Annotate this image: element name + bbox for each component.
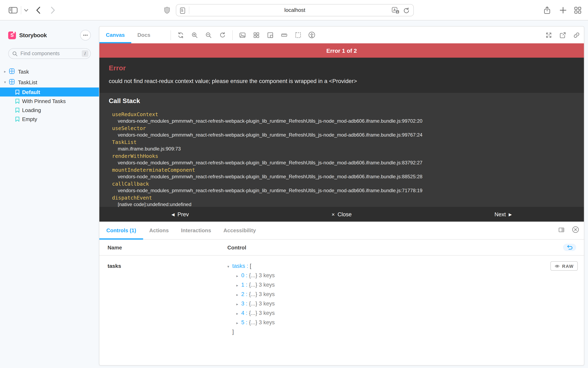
sidebar-story-loading[interactable]: Loading bbox=[0, 105, 99, 114]
url-bar[interactable]: localhost A a bbox=[176, 4, 414, 16]
new-tab-icon[interactable] bbox=[559, 7, 567, 14]
storybook-app: S Storybook Find components / ▸ bbox=[0, 20, 588, 368]
url-text[interactable]: localhost bbox=[176, 4, 413, 16]
privacy-shield-icon[interactable] bbox=[164, 7, 170, 14]
grid-icon[interactable] bbox=[252, 31, 260, 39]
error-overlay-footer: ◀ Prev × Close Next ▶ bbox=[99, 207, 584, 222]
tree-item-index[interactable]: 2 bbox=[241, 291, 244, 297]
sidebar: S Storybook Find components / ▸ bbox=[0, 20, 99, 368]
next-error-button[interactable]: Next ▶ bbox=[423, 207, 584, 222]
outline-icon[interactable] bbox=[294, 31, 302, 39]
stack-frames: useReduxContext vendors-node_modules_pmm… bbox=[109, 111, 574, 207]
tree-item-row[interactable]: ▸5 : {...} 3 keys bbox=[227, 318, 275, 328]
hide-addons-icon[interactable] bbox=[572, 226, 579, 235]
copy-link-icon[interactable] bbox=[572, 31, 581, 39]
frame-function: renderWithHooks bbox=[109, 153, 574, 159]
caret-down-icon[interactable]: ▾ bbox=[4, 80, 8, 84]
tree-item-row[interactable]: ▸3 : {...} 3 keys bbox=[227, 299, 275, 309]
sidebar-menu-button[interactable] bbox=[80, 30, 91, 40]
caret-right-icon[interactable]: ▸ bbox=[4, 70, 8, 74]
reload-icon[interactable] bbox=[403, 7, 410, 14]
zoom-out-icon[interactable] bbox=[204, 31, 213, 39]
back-button[interactable] bbox=[36, 7, 40, 14]
tree-item-index[interactable]: 0 bbox=[241, 272, 244, 278]
tasks-json-tree: ▾tasks : [ ▸0 : {...} 3 keys ▸1 : {...} … bbox=[227, 262, 275, 337]
tree-item-row[interactable]: ▸1 : {...} 3 keys bbox=[227, 280, 275, 290]
tab-interactions[interactable]: Interactions bbox=[175, 222, 217, 239]
tree-item-preview: {...} bbox=[249, 310, 257, 316]
tree-colon: : bbox=[246, 291, 248, 297]
prev-error-button[interactable]: ◀ Prev bbox=[99, 207, 261, 222]
stack-frame: useSelector vendors-node_modules_pmmmwh_… bbox=[109, 125, 574, 139]
chrome-divider bbox=[21, 6, 21, 14]
close-overlay-button[interactable]: × Close bbox=[261, 207, 423, 222]
control-row-name: tasks bbox=[108, 262, 227, 337]
sidebar-item-task[interactable]: ▸ Task bbox=[0, 66, 99, 77]
error-message: could not find react-redux context value… bbox=[109, 78, 574, 84]
measure-icon[interactable] bbox=[280, 31, 288, 39]
tree-item-index[interactable]: 3 bbox=[241, 301, 244, 307]
search-input[interactable]: Find components / bbox=[8, 48, 91, 59]
frame-function: callCallback bbox=[109, 180, 574, 187]
sidebar-toggle-icon[interactable] bbox=[9, 7, 18, 13]
toolbar-divider bbox=[232, 30, 233, 40]
close-label: Close bbox=[338, 211, 352, 217]
search-placeholder: Find components bbox=[20, 51, 82, 56]
frame-location: vendors-node_modules_pmmmwh_react-refres… bbox=[109, 118, 574, 124]
tree-item-preview: {...} bbox=[249, 291, 257, 297]
remount-icon[interactable] bbox=[177, 31, 185, 39]
sidebar-item-tasklist[interactable]: ▾ TaskList bbox=[0, 77, 99, 88]
panel-position-icon[interactable] bbox=[558, 226, 565, 234]
tab-overview-icon[interactable] bbox=[574, 7, 581, 14]
sidebar-story-with-pinned-tasks[interactable]: With Pinned Tasks bbox=[0, 96, 99, 105]
control-column-header: Control bbox=[227, 244, 563, 250]
raw-toggle-button[interactable]: RAW bbox=[550, 261, 578, 271]
tree-item-preview: {...} bbox=[249, 272, 257, 278]
call-stack-title: Call Stack bbox=[109, 97, 574, 105]
chevron-down-icon[interactable] bbox=[24, 9, 28, 12]
sidebar-story-default[interactable]: Default bbox=[0, 88, 99, 96]
caret-right-icon[interactable]: ▸ bbox=[236, 290, 241, 299]
tab-actions[interactable]: Actions bbox=[143, 222, 175, 239]
caret-right-icon[interactable]: ▸ bbox=[236, 272, 241, 280]
tree-item-preview: {...} bbox=[249, 301, 257, 307]
tree-item-index[interactable]: 1 bbox=[241, 282, 244, 288]
tab-canvas[interactable]: Canvas bbox=[99, 27, 131, 43]
background-icon[interactable] bbox=[239, 31, 247, 39]
tree-root-row[interactable]: ▾tasks : [ bbox=[227, 262, 275, 271]
story-label: Default bbox=[22, 89, 40, 95]
caret-down-icon[interactable]: ▾ bbox=[227, 262, 232, 271]
tree-colon: : bbox=[246, 282, 248, 288]
caret-right-icon[interactable]: ▸ bbox=[236, 319, 241, 328]
share-icon[interactable] bbox=[543, 6, 551, 15]
tree-item-keys: 3 keys bbox=[259, 272, 275, 278]
tree-item-row[interactable]: ▸0 : {...} 3 keys bbox=[227, 271, 275, 280]
tree-root-key[interactable]: tasks bbox=[232, 263, 245, 269]
bookmark-icon bbox=[15, 107, 20, 113]
reset-controls-button[interactable] bbox=[563, 244, 576, 251]
tree-item-index[interactable]: 5 bbox=[241, 319, 244, 325]
tab-accessibility[interactable]: Accessibility bbox=[217, 222, 262, 239]
tab-controls[interactable]: Controls (1) bbox=[99, 222, 143, 239]
caret-right-icon[interactable]: ▸ bbox=[236, 281, 241, 290]
tree-item-row[interactable]: ▸2 : {...} 3 keys bbox=[227, 290, 275, 299]
frame-location: [native code]:undefined:undefined bbox=[109, 201, 574, 207]
addon-tabs: Controls (1) Actions Interactions Access… bbox=[99, 222, 584, 239]
controls-table-header: Name Control bbox=[99, 239, 584, 256]
sidebar-item-label: Task bbox=[18, 68, 29, 75]
tree-item-row[interactable]: ▸4 : {...} 3 keys bbox=[227, 309, 275, 318]
translate-icon[interactable]: A a bbox=[392, 7, 400, 14]
open-new-tab-icon[interactable] bbox=[559, 31, 567, 39]
tab-docs[interactable]: Docs bbox=[131, 27, 156, 43]
caret-right-icon[interactable]: ▸ bbox=[236, 300, 241, 309]
zoom-reset-icon[interactable] bbox=[218, 31, 227, 39]
tree-close-bracket: ] bbox=[232, 329, 234, 335]
forward-button[interactable] bbox=[51, 7, 55, 14]
viewport-icon[interactable] bbox=[266, 31, 274, 39]
fullscreen-icon[interactable] bbox=[545, 31, 553, 39]
tree-item-index[interactable]: 4 bbox=[241, 310, 244, 316]
sidebar-story-empty[interactable]: Empty bbox=[0, 114, 99, 123]
zoom-in-icon[interactable] bbox=[191, 31, 199, 39]
caret-right-icon[interactable]: ▸ bbox=[236, 309, 241, 318]
accessibility-icon[interactable] bbox=[308, 31, 316, 39]
